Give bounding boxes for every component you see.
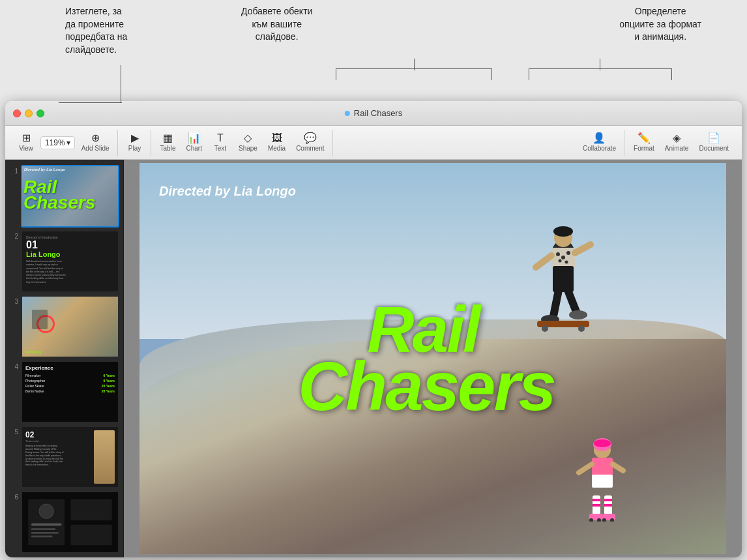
document-button[interactable]: 📄 Document bbox=[695, 131, 733, 154]
title-bar: Rail Chasers bbox=[5, 101, 742, 126]
svg-point-27 bbox=[578, 325, 585, 332]
chart-label: Chart bbox=[186, 145, 202, 152]
svg-point-11 bbox=[553, 226, 573, 237]
format-icon: ✏️ bbox=[637, 133, 651, 143]
svg-rect-35 bbox=[593, 504, 600, 507]
shape-label: Shape bbox=[239, 145, 257, 152]
slide-number-2: 2 bbox=[9, 233, 18, 240]
format-button[interactable]: ✏️ Format bbox=[630, 131, 658, 154]
toolbar: ⊞ View 119% ▾ ⊕ Add Slide ▶ Play ▦ Table bbox=[5, 126, 742, 160]
main-content: 1 Directed by Lia Longo RailChasers 2 Di… bbox=[5, 160, 742, 557]
slide-number-1: 1 bbox=[9, 168, 18, 175]
window-title-text: Rail Chasers bbox=[354, 108, 402, 118]
collaborate-icon: 👤 bbox=[593, 133, 606, 143]
annotation-area: Изтеглете, зада променитеподредбата насл… bbox=[0, 0, 747, 104]
toolbar-group-format: ✏️ Format ◈ Animate 📄 Document bbox=[626, 130, 737, 156]
slide-thumbnail-2[interactable]: Director's Introduction 01 Lia Longo Sel… bbox=[21, 230, 119, 293]
svg-point-24 bbox=[569, 310, 587, 319]
play-icon: ▶ bbox=[131, 133, 139, 143]
directed-by-text: Directed by Lia Longo bbox=[159, 184, 296, 199]
annotation-left: Изтеглете, зада променитеподредбата насл… bbox=[65, 5, 127, 56]
comment-button[interactable]: 💬 Comment bbox=[292, 131, 328, 154]
svg-line-46 bbox=[613, 464, 623, 471]
slide-thumbnail-4[interactable]: Experience Filmmaker6 Years Photographer… bbox=[21, 361, 119, 423]
add-slide-label: Add Slide bbox=[81, 145, 110, 152]
table-icon: ▦ bbox=[163, 133, 173, 143]
toolbar-group-play: ▶ Play bbox=[119, 130, 151, 156]
text-button[interactable]: T Text bbox=[209, 131, 232, 154]
maximize-button[interactable] bbox=[37, 110, 44, 117]
view-label: View bbox=[19, 145, 33, 152]
slide-panel[interactable]: 1 Directed by Lia Longo RailChasers 2 Di… bbox=[5, 160, 124, 557]
slide-thumbnail-6[interactable] bbox=[21, 491, 119, 553]
collaborate-label: Collaborate bbox=[583, 145, 616, 152]
svg-point-26 bbox=[542, 325, 548, 332]
svg-line-19 bbox=[575, 244, 591, 253]
svg-rect-3 bbox=[70, 525, 111, 546]
comment-icon: 💬 bbox=[304, 133, 317, 143]
table-label: Table bbox=[160, 145, 176, 152]
media-label: Media bbox=[268, 145, 286, 152]
chart-button[interactable]: 📊 Chart bbox=[183, 131, 206, 154]
traffic-lights bbox=[13, 110, 44, 117]
add-slide-button[interactable]: ⊕ Add Slide bbox=[78, 131, 113, 154]
document-label: Document bbox=[699, 145, 729, 152]
animate-icon: ◈ bbox=[673, 133, 681, 143]
toolbar-group-right: 👤 Collaborate bbox=[575, 130, 624, 156]
svg-point-16 bbox=[559, 259, 562, 263]
svg-line-45 bbox=[579, 464, 592, 473]
mac-window: Rail Chasers ⊞ View 119% ▾ ⊕ Add Slide ▶… bbox=[5, 101, 742, 557]
annotation-right: Определетеопциите за формати анимация. bbox=[619, 5, 701, 44]
zoom-control[interactable]: 119% ▾ bbox=[40, 136, 75, 149]
slide-number-6: 6 bbox=[9, 494, 18, 501]
minimize-button[interactable] bbox=[25, 110, 33, 117]
canvas-area: Rail Chasers Directed by Lia Longo bbox=[124, 160, 742, 557]
animate-button[interactable]: ◈ Animate bbox=[661, 131, 693, 154]
slide-thumb-wrapper-6: 6 bbox=[9, 491, 119, 553]
svg-rect-32 bbox=[592, 475, 613, 488]
shape-button[interactable]: ◇ Shape bbox=[235, 131, 261, 154]
svg-rect-34 bbox=[593, 499, 600, 501]
collaborate-button[interactable]: 👤 Collaborate bbox=[579, 131, 620, 154]
svg-rect-8 bbox=[31, 535, 53, 537]
svg-point-4 bbox=[39, 504, 53, 518]
slide-number-4: 4 bbox=[9, 363, 18, 370]
close-button[interactable] bbox=[13, 110, 21, 117]
slide-thumbnail-3[interactable]: Filmmaking bbox=[21, 295, 119, 358]
svg-point-30 bbox=[594, 439, 611, 447]
annotation-center: Добавете обектикъм вашитеслайдове. bbox=[241, 5, 312, 44]
svg-rect-38 bbox=[604, 504, 612, 507]
text-icon: T bbox=[217, 133, 224, 143]
slide-thumb-wrapper-4: 4 Experience Filmmaker6 Years Photograph… bbox=[9, 361, 119, 423]
media-button[interactable]: 🖼 Media bbox=[264, 131, 289, 154]
slide-thumbnail-1[interactable]: Directed by Lia Longo RailChasers bbox=[21, 165, 119, 228]
svg-rect-6 bbox=[31, 528, 55, 530]
sitter-figure bbox=[570, 437, 635, 522]
view-button[interactable]: ⊞ View bbox=[14, 131, 38, 154]
shape-icon: ◇ bbox=[244, 133, 252, 143]
slide-thumb-wrapper-2: 2 Director's Introduction 01 Lia Longo S… bbox=[9, 230, 119, 293]
slide-thumbnail-5[interactable]: 02 Testimonial Skating to know that Lia … bbox=[21, 426, 119, 488]
svg-line-21 bbox=[553, 290, 559, 316]
view-icon: ⊞ bbox=[22, 133, 31, 143]
skater-figure bbox=[518, 215, 609, 346]
media-icon: 🖼 bbox=[272, 133, 282, 143]
svg-line-18 bbox=[536, 256, 551, 267]
title-dot bbox=[345, 111, 350, 116]
svg-rect-31 bbox=[592, 458, 613, 476]
slide-number-5: 5 bbox=[9, 428, 18, 435]
slide-thumb-wrapper: 1 Directed by Lia Longo RailChasers bbox=[9, 165, 119, 228]
text-label: Text bbox=[214, 145, 226, 152]
svg-point-15 bbox=[566, 251, 570, 255]
add-slide-icon: ⊕ bbox=[91, 133, 100, 143]
svg-rect-7 bbox=[31, 532, 59, 534]
play-button[interactable]: ▶ Play bbox=[123, 131, 147, 154]
zoom-value: 119% bbox=[45, 138, 65, 147]
toolbar-group-view: ⊞ View 119% ▾ ⊕ Add Slide bbox=[10, 130, 118, 156]
zoom-chevron-icon: ▾ bbox=[66, 138, 70, 147]
toolbar-group-insert: ▦ Table 📊 Chart T Text ◇ Shape 🖼 Media 💬 bbox=[153, 130, 333, 156]
format-label: Format bbox=[634, 145, 654, 152]
table-button[interactable]: ▦ Table bbox=[156, 131, 180, 154]
svg-point-17 bbox=[565, 261, 568, 264]
play-label: Play bbox=[128, 145, 141, 152]
